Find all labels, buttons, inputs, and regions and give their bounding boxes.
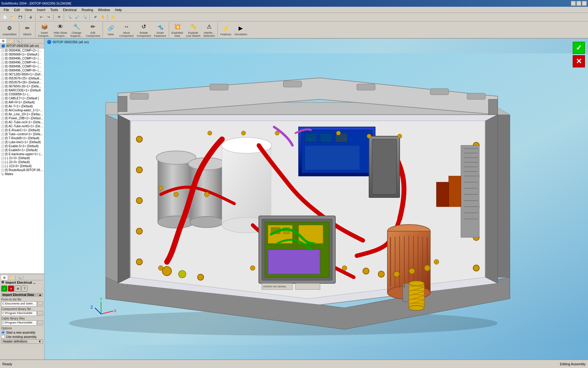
- import-data-section[interactable]: Import Electrical Data ▲: [1, 293, 43, 297]
- tree-item-23[interactable]: ⬜ (f) Lube-line1<1> (Default): [0, 140, 44, 144]
- import-gear-btn[interactable]: ⚙: [15, 286, 21, 292]
- from-list-value[interactable]: C:\Documents and Setting...: [1, 301, 37, 306]
- tree-item-1[interactable]: ⬜ (f) 0695668<1> (Default [: [0, 52, 44, 56]
- maximize-button[interactable]: □: [576, 1, 581, 6]
- tree-item-4[interactable]: ⬜ (f) 0589496_COMP<5> (De...: [0, 64, 44, 68]
- tool-interference[interactable]: ⚠ Interfer...Detection: [202, 21, 216, 38]
- tree-item-11[interactable]: ⬜ (f) C030899<1> (...: [0, 92, 44, 96]
- tree-item-14[interactable]: ⬜ (f) Air-7<1> (Default): [0, 104, 44, 108]
- svg-rect-64: [461, 145, 479, 237]
- import-confirm-btn[interactable]: ✓: [1, 286, 7, 292]
- tree-item-8[interactable]: ⬜ (f) 0553576<26> (Default...: [0, 80, 44, 84]
- menu-tools[interactable]: Tools: [48, 7, 61, 12]
- tree-item-2[interactable]: ⬜ (f) 0589496_COMP<3> (De...: [0, 56, 44, 60]
- tool-smart-fasteners[interactable]: 🔩 SmartFasteners: [153, 21, 168, 38]
- tree-tab-feature[interactable]: ⚙: [0, 39, 7, 43]
- menu-window[interactable]: Window: [96, 7, 112, 12]
- tool-features[interactable]: ⚡ Features: [219, 23, 232, 37]
- tree-item-12[interactable]: ⬜ (f) CABLE7<1> (Default [: [0, 96, 44, 100]
- cable-lib-value[interactable]: C:\Program Files\SolidWor...: [1, 320, 37, 325]
- tool-edit-component[interactable]: ✏ EditComponent: [85, 21, 101, 38]
- tree-item-13[interactable]: ⬜ (f) AIR-H<1> (Default): [0, 100, 44, 104]
- view-orient-btn[interactable]: 📐: [110, 13, 117, 21]
- svg-point-106: [342, 266, 347, 270]
- pan-btn[interactable]: ✋: [99, 13, 107, 21]
- zoom-fit-btn[interactable]: 🔍: [66, 13, 73, 21]
- import-cancel-btn[interactable]: ✕: [8, 286, 14, 292]
- tree-item-19[interactable]: ⬜ (f) AC-Tube-no4G<1> (Def...: [0, 124, 44, 128]
- tree-item-30[interactable]: ⬜ (f) RouteAssy8-00TOP-069...: [0, 168, 44, 172]
- tree-item-7[interactable]: ⬜ (f) 0553576<25> (Default...: [0, 76, 44, 80]
- tree-item-24[interactable]: ⬜ (f) Ecable-5<1> (Default): [0, 144, 44, 148]
- tree-item-21[interactable]: ⬜ (f) Tube--control<1> (Defa...: [0, 132, 44, 136]
- tree-item-26[interactable]: ⬜ (f) E-backview-upper<1> (...: [0, 152, 44, 156]
- minimize-button[interactable]: —: [571, 1, 576, 6]
- tool-simulation[interactable]: ▶ Simulation: [233, 23, 248, 37]
- tree-item-mates[interactable]: 📎 Mates: [0, 172, 44, 176]
- open-btn[interactable]: 📂: [9, 13, 16, 21]
- menu-view[interactable]: View: [22, 7, 35, 12]
- cable-lib-browse-btn[interactable]: ...: [37, 320, 43, 325]
- tree-item-28[interactable]: ⬜ (-) J2<3> (Default): [0, 160, 44, 164]
- tree-item-17[interactable]: ⬜ (f) Power_20B<1> (Defaul...: [0, 116, 44, 120]
- component-lib-value[interactable]: C:\Program Files\SolidWor...: [1, 311, 37, 316]
- tool-rotate-component[interactable]: ↺ RotateComponent: [135, 21, 152, 38]
- tool-hide-show[interactable]: 👁 Hide ShowCompon...: [53, 21, 69, 38]
- header-definitions-dropdown[interactable]: Header definitions ▼: [1, 339, 43, 344]
- zoom-in-btn[interactable]: 🔎: [74, 13, 81, 21]
- save-btn[interactable]: 💾: [17, 13, 24, 21]
- menu-routing[interactable]: Routing: [79, 7, 96, 12]
- tool-insert-component[interactable]: 📦 InsertCompon...: [37, 21, 52, 38]
- menu-edit[interactable]: Edit: [12, 7, 22, 12]
- rotate-view-btn[interactable]: ↺: [92, 13, 99, 21]
- tree-item-0[interactable]: ⬜ (f) 0589496_COMP<2> (De...: [0, 48, 44, 52]
- tree-item-10[interactable]: ⬜ (f) BARCODE<1> (Default: [0, 88, 44, 92]
- tree-item-20[interactable]: ⬜ (f) E-RouteC<1> (Default): [0, 128, 44, 132]
- tree-item-5[interactable]: ⬜ (f) 0589496_COMP<6> (De...: [0, 68, 44, 72]
- menu-insert[interactable]: Insert: [34, 7, 48, 12]
- tree-item-3[interactable]: ⬜ (f) 0589496_COMP<4> (De...: [0, 60, 44, 64]
- reject-button[interactable]: ✕: [573, 55, 585, 67]
- import-tab-1[interactable]: ⚙: [1, 275, 8, 280]
- tree-tab-config[interactable]: 🔍: [14, 39, 22, 43]
- tree-tabs: ⚙ 📁 🔍: [0, 39, 44, 44]
- zoom-out-btn[interactable]: 🔍: [81, 13, 89, 21]
- from-list-browse-btn[interactable]: ...: [37, 301, 43, 306]
- tool-change-suppress[interactable]: 🔧 ChangeSuppres...: [69, 21, 84, 38]
- tree-item-25[interactable]: ⬜ (f) Ecable5<1> (Default): [0, 148, 44, 152]
- tree-item-18[interactable]: ⬜ (f) AC-Tube-no3<1> (Defaul...: [0, 120, 44, 124]
- tool-assemblies[interactable]: ⚙ Assemblies: [1, 23, 18, 37]
- tree-item-15[interactable]: ⬜ (f) AirCooling-water_1<1>...: [0, 108, 44, 112]
- tree-item-9[interactable]: ⬜ (f) 0676043-26<1> (Defa...: [0, 84, 44, 88]
- tree-item-27[interactable]: ⬜ (-) J1<3> (Default): [0, 156, 44, 160]
- tree-item-text-21: (f) Tube--control<1> (Defa...: [5, 132, 43, 136]
- tree-item-text-13: (f) AIR-H<1> (Default): [5, 101, 35, 104]
- close-button[interactable]: ✕: [582, 1, 587, 6]
- undo-btn[interactable]: ↩: [37, 13, 45, 21]
- viewport[interactable]: 🔵 00TOP-0692356 (all on): [44, 39, 588, 359]
- tree-item-6[interactable]: ⬜ (f) 0671283-0000<1> (Def...: [0, 72, 44, 76]
- rebuild-btn[interactable]: ⟳: [55, 13, 63, 21]
- tool-move-component[interactable]: ↔ MoveComponent: [118, 21, 135, 38]
- option-new-assembly-radio[interactable]: [1, 331, 5, 334]
- menu-file[interactable]: File: [1, 7, 12, 12]
- tool-explode-line[interactable]: 📏 ExplodeLine Sketch: [185, 21, 202, 38]
- new-btn[interactable]: 📄: [1, 13, 9, 21]
- component-lib-browse-btn[interactable]: ...: [37, 311, 43, 316]
- confirm-button[interactable]: ✓: [573, 42, 585, 54]
- tree-item-22[interactable]: ⬜ (f) T-RouteB<1> (Default): [0, 136, 44, 140]
- menu-electrical[interactable]: Electrical: [61, 7, 79, 12]
- import-tab-2[interactable]: 📁: [8, 275, 16, 280]
- tree-tab-property[interactable]: 📁: [7, 39, 14, 43]
- tool-exploded-view[interactable]: 💥 ExplodedView: [170, 21, 184, 38]
- import-tab-3[interactable]: 🔍: [16, 275, 23, 280]
- option-existing-assembly-radio[interactable]: [1, 335, 5, 339]
- tree-item-29[interactable]: ⬜ (-) J13<3> (Default): [0, 164, 44, 168]
- tree-item-16[interactable]: ⬜ (f) Air_Line_10<1> (Defau...: [0, 112, 44, 116]
- menu-help[interactable]: Help: [112, 7, 124, 12]
- tool-mate[interactable]: 🔗 Mate: [104, 23, 118, 37]
- print-btn[interactable]: 🖨: [27, 13, 34, 21]
- import-help-btn[interactable]: ?: [21, 286, 28, 292]
- tool-sketch[interactable]: ✏ Sketch: [21, 23, 34, 37]
- redo-btn[interactable]: ↪: [45, 13, 52, 21]
